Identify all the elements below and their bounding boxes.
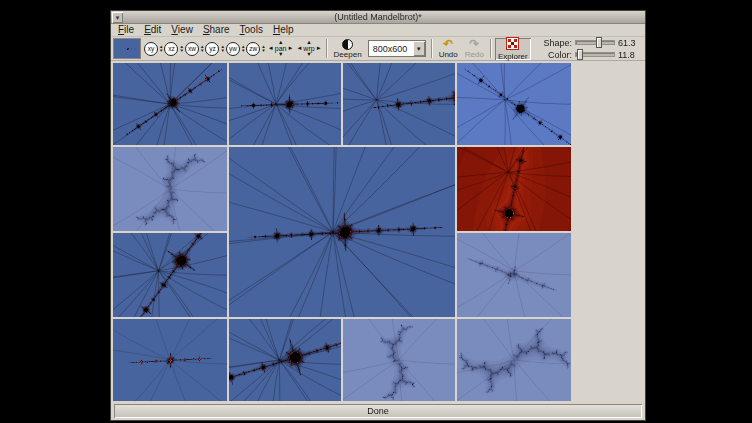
plane-button-xz[interactable]: xz ▲▼ [164,42,183,56]
plane-button-xw[interactable]: xw ▲▼ [185,42,204,56]
plane-zw-label: zw [246,42,260,56]
warp-right-arrow-icon: ► [316,46,322,51]
explorer-toggle-button[interactable]: Explorer [495,38,531,60]
plane-xz-label: xz [164,42,178,56]
pan-right-arrow-icon: ► [287,46,293,51]
slider-panel: Shape: 61.3 Color: 11.8 [539,38,643,60]
spinner-arrows-icon[interactable]: ▲▼ [179,45,183,53]
window-menu-button[interactable]: ▾ [112,12,123,23]
shape-slider-label: Shape: [539,38,572,48]
plane-yw-label: yw [226,42,240,56]
fractal-tile-center[interactable] [229,147,455,317]
fractal-tile-top-2[interactable] [229,63,341,145]
fractal-tile-bottom-4[interactable] [457,319,571,401]
deepen-button[interactable]: Deepen [331,38,365,60]
menubar: File Edit View Share Tools Help [111,24,645,37]
fractal-tile-top-3[interactable] [343,63,455,145]
undo-label: Undo [439,50,458,59]
fractal-tile-bottom-3[interactable] [343,319,455,401]
spinner-arrows-icon[interactable]: ▲▼ [261,45,265,53]
shape-slider-value: 61.3 [618,38,641,48]
redo-label: Redo [465,50,484,59]
pan-left-arrow-icon: ◄ [268,46,274,51]
menu-tools[interactable]: Tools [235,24,268,36]
spinner-arrows-icon[interactable]: ▲▼ [241,45,245,53]
plane-yz-label: yz [205,42,219,56]
menu-help[interactable]: Help [268,24,299,36]
resolution-value: 800x600 [373,44,408,54]
fractal-tile-mid-left-1[interactable] [113,147,227,231]
warp-left-arrow-icon: ◄ [296,46,302,51]
redo-button[interactable]: ↷ Redo [462,38,487,60]
fractal-tile-top-1[interactable] [113,63,227,145]
spinner-arrows-icon[interactable]: ▲▼ [220,45,224,53]
plane-xy-label: xy [144,42,158,56]
fractal-tile-mid-left-2[interactable] [113,233,227,317]
redo-arrow-icon: ↷ [469,39,479,50]
fractal-tile-mid-right-2[interactable] [457,233,571,317]
status-text: Done [367,406,389,416]
pan-down-arrow-icon: ▼ [278,52,283,57]
plane-button-zw[interactable]: zw ▲▼ [246,42,265,56]
menu-view[interactable]: View [166,24,198,36]
fractal-tile-mid-right-1[interactable] [457,147,571,231]
current-fractal-thumbnail [114,39,140,58]
toolbar-separator [490,39,492,58]
toolbar-separator [326,39,328,58]
color-slider-thumb[interactable] [577,49,583,60]
plane-xw-label: xw [185,42,199,56]
color-slider-label: Color: [539,50,572,60]
menu-edit[interactable]: Edit [139,24,166,36]
color-slider-value: 11.8 [618,50,641,60]
fractal-tile-bottom-2[interactable] [229,319,341,401]
warp-down-arrow-icon: ▼ [306,52,311,57]
menu-file[interactable]: File [113,24,139,36]
deepen-icon [342,39,353,50]
toolbar: xy ▲▼ xz ▲▼ xw ▲▼ yz ▲▼ yw ▲▼ zw ▲▼ ▲ ◄ … [111,37,645,61]
app-window: ▾ (Untitled Mandelbrot)* File Edit View … [110,10,646,421]
plane-button-yw[interactable]: yw ▲▼ [226,42,245,56]
status-progress-bar: Done [114,404,642,418]
dropdown-arrow-icon: ▼ [413,41,425,56]
menu-share[interactable]: Share [198,24,235,36]
explorer-label: Explorer [498,52,528,61]
explorer-grid [111,61,645,402]
spinner-arrows-icon[interactable]: ▲▼ [200,45,204,53]
toolbar-separator [431,39,433,58]
plane-button-xy[interactable]: xy ▲▼ [144,42,163,56]
undo-arrow-icon: ↶ [443,39,453,50]
fractal-tile-bottom-1[interactable] [113,319,227,401]
current-fractal-preview [113,38,141,59]
plane-button-yz[interactable]: yz ▲▼ [205,42,224,56]
pan-button[interactable]: ▲ ◄ pan ► ▼ [267,40,295,57]
spinner-arrows-icon[interactable]: ▲▼ [159,45,163,53]
statusbar: Done [111,402,645,420]
resolution-select[interactable]: 800x600 ▼ [368,40,426,57]
fractal-tile-top-4[interactable] [457,63,571,145]
window-title: (Untitled Mandelbrot)* [111,12,645,22]
shape-slider-thumb[interactable] [596,37,602,48]
undo-button[interactable]: ↶ Undo [436,38,461,60]
warp-button[interactable]: ▲ ◄ wrp ► ▼ [295,40,322,57]
deepen-label: Deepen [334,50,362,59]
titlebar[interactable]: ▾ (Untitled Mandelbrot)* [111,11,645,24]
explorer-grid-icon [506,37,519,52]
color-slider[interactable] [575,52,615,57]
shape-slider[interactable] [575,40,615,45]
